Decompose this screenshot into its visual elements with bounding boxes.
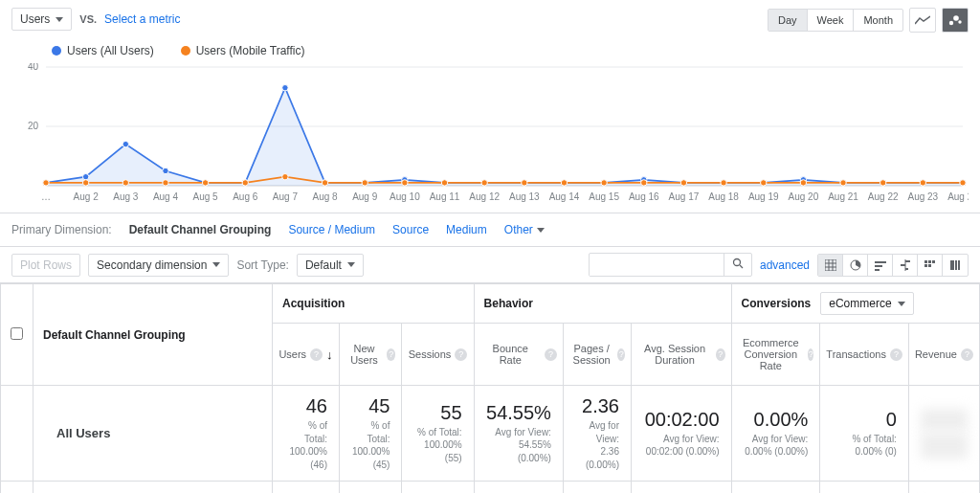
row-label[interactable]: Mobile Traffic <box>33 482 273 494</box>
dimension-option[interactable]: Medium <box>446 223 487 236</box>
svg-text:40: 40 <box>28 63 39 72</box>
motion-chart-toggle-icon[interactable] <box>942 8 969 33</box>
view-comparison-icon[interactable] <box>893 255 918 276</box>
conversions-segment-label: eCommerce <box>829 297 891 310</box>
advanced-filter-link[interactable]: advanced <box>760 258 810 272</box>
granularity-month[interactable]: Month <box>854 10 902 31</box>
dimension-option[interactable]: Source / Medium <box>288 223 375 236</box>
svg-text:Aug 17: Aug 17 <box>669 191 700 202</box>
cell-bounce: 54.55%Avg for View:54.55% (0.00%) <box>474 386 563 482</box>
col-users[interactable]: Users ? ↓ <box>273 324 340 386</box>
dimension-column-header[interactable]: Default Channel Grouping <box>33 284 273 386</box>
dimension-other-dropdown[interactable]: Other <box>504 223 545 236</box>
sort-type-dropdown[interactable]: Default <box>297 254 364 277</box>
row-label[interactable]: All Users <box>33 386 273 482</box>
secondary-dimension-dropdown[interactable]: Secondary dimension <box>88 254 229 277</box>
svg-rect-92 <box>905 260 910 262</box>
chart-legend: Users (All Users) Users (Mobile Traffic) <box>11 40 969 61</box>
svg-point-34 <box>122 180 128 186</box>
sort-type-value: Default <box>305 258 342 272</box>
line-chart-toggle-icon[interactable] <box>909 8 936 33</box>
group-header-conversions: Conversions eCommerce <box>731 284 979 324</box>
table-search-input[interactable] <box>590 255 724 276</box>
svg-text:Aug 9: Aug 9 <box>352 191 378 202</box>
table-row: Mobile Traffic4% of Total:8.70% (46)4% o… <box>1 482 980 494</box>
primary-metric-dropdown[interactable]: Users <box>11 8 72 31</box>
view-pivot-icon[interactable] <box>943 255 968 276</box>
granularity-day[interactable]: Day <box>768 10 808 31</box>
help-icon[interactable]: ? <box>310 348 323 361</box>
cell-pps: 4.60Avg for View:2.36 (94.62%) <box>563 482 631 494</box>
svg-point-11 <box>163 168 168 173</box>
view-performance-icon[interactable] <box>868 255 893 276</box>
cell-duration: 00:03:06Avg for View:00:02:00 (54.97%) <box>631 482 731 494</box>
dot-icon <box>52 46 61 56</box>
view-data-table-icon[interactable] <box>818 255 843 276</box>
sort-desc-icon: ↓ <box>326 347 333 362</box>
line-chart: 2040…Aug 2Aug 3Aug 4Aug 5Aug 6Aug 7Aug 8… <box>11 63 969 205</box>
dimension-option[interactable]: Source <box>392 223 429 236</box>
col-avg-session-duration[interactable]: Avg. Session Duration ? <box>631 324 731 386</box>
svg-text:Aug 19: Aug 19 <box>748 191 779 202</box>
search-button[interactable] <box>724 254 751 276</box>
col-bounce-rate[interactable]: Bounce Rate ? <box>474 324 563 386</box>
cell-pps: 2.36Avg for View:2.36 (0.00%) <box>563 386 631 482</box>
help-icon[interactable]: ? <box>716 348 724 361</box>
svg-point-80 <box>733 259 740 266</box>
legend-label: Users (All Users) <box>67 44 154 57</box>
svg-text:Aug 16: Aug 16 <box>629 191 659 202</box>
legend-item-mobile[interactable]: Users (Mobile Traffic) <box>181 44 305 57</box>
help-icon[interactable]: ? <box>808 348 813 361</box>
primary-metric-label: Users <box>20 12 50 26</box>
help-icon[interactable]: ? <box>387 348 395 361</box>
svg-text:Aug 4: Aug 4 <box>153 191 179 202</box>
help-icon[interactable]: ? <box>545 348 557 361</box>
view-term-cloud-icon[interactable] <box>918 255 943 276</box>
svg-rect-96 <box>928 260 931 263</box>
dimension-other-label: Other <box>504 223 533 236</box>
cell-users: 46% of Total:100.00% (46) <box>273 386 340 482</box>
sort-type-label: Sort Type: <box>236 258 288 272</box>
dimension-selected[interactable]: Default Channel Grouping <box>129 223 272 236</box>
col-sessions[interactable]: Sessions ? <box>402 324 474 386</box>
help-icon[interactable]: ? <box>617 348 625 361</box>
row-checkbox-cell <box>1 386 33 482</box>
col-transactions[interactable]: Transactions ? <box>820 324 909 386</box>
help-icon[interactable]: ? <box>455 348 467 361</box>
svg-point-9 <box>82 174 88 180</box>
col-pages-per-session[interactable]: Pages / Session ? <box>563 324 631 386</box>
svg-text:Aug 6: Aug 6 <box>233 191 258 202</box>
select-metric-link[interactable]: Select a metric <box>104 12 180 26</box>
col-revenue[interactable]: Revenue ? <box>908 324 979 386</box>
row-checkbox-cell <box>1 482 33 494</box>
select-all-checkbox[interactable] <box>11 327 23 340</box>
svg-point-37 <box>242 180 248 186</box>
svg-point-51 <box>800 180 806 186</box>
cell-sessions: 5% of Total:9.09% (55) <box>402 482 474 494</box>
svg-point-44 <box>522 180 527 186</box>
vs-label: VS. <box>79 13 97 25</box>
chevron-down-icon <box>347 262 355 267</box>
view-pie-icon[interactable] <box>843 255 868 276</box>
svg-rect-90 <box>875 269 880 271</box>
granularity-week[interactable]: Week <box>808 10 855 31</box>
col-new-users[interactable]: New Users ? <box>339 324 401 386</box>
help-icon[interactable]: ? <box>890 348 902 361</box>
help-icon[interactable]: ? <box>961 348 973 361</box>
granularity-segmented: Day Week Month <box>768 9 903 32</box>
secondary-dimension-label: Secondary dimension <box>97 258 207 272</box>
svg-point-55 <box>960 180 966 186</box>
plot-rows-button[interactable]: Plot Rows <box>11 254 80 277</box>
legend-item-all-users[interactable]: Users (All Users) <box>52 44 154 57</box>
dimension-bar: Primary Dimension: Default Channel Group… <box>0 213 980 246</box>
table-controls-right: advanced <box>589 253 969 277</box>
table-row: All Users46% of Total:100.00% (46)45% of… <box>1 386 980 482</box>
svg-point-38 <box>282 174 288 180</box>
cell-new-users: 45% of Total:100.00% (45) <box>339 386 401 482</box>
svg-point-14 <box>282 85 288 91</box>
col-ecommerce-conversion-rate[interactable]: Ecommerce Conversion Rate ? <box>731 324 820 386</box>
svg-text:Aug 21: Aug 21 <box>828 191 858 202</box>
svg-rect-82 <box>825 259 836 271</box>
conversions-segment-dropdown[interactable]: eCommerce <box>820 292 913 315</box>
svg-point-33 <box>82 180 88 186</box>
